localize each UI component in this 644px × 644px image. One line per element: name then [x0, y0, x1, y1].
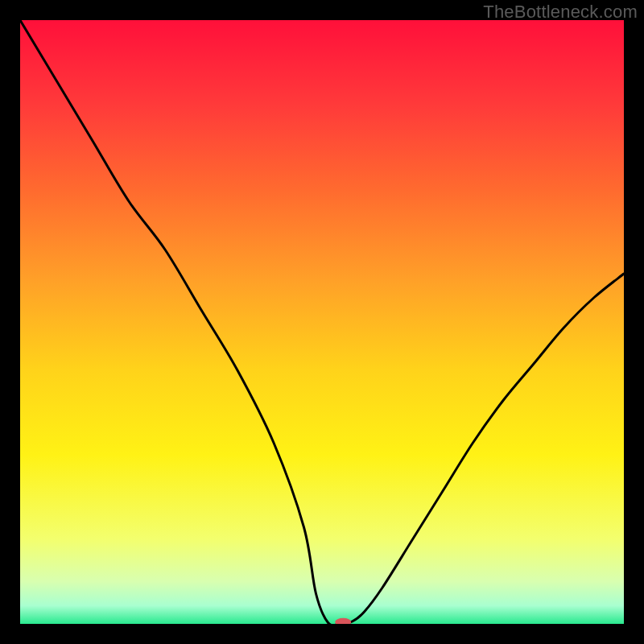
- chart-svg: [20, 20, 624, 624]
- chart-background: [20, 20, 624, 624]
- watermark-text: TheBottleneck.com: [483, 2, 638, 23]
- chart-plot: [20, 20, 624, 624]
- chart-frame: TheBottleneck.com: [0, 0, 644, 644]
